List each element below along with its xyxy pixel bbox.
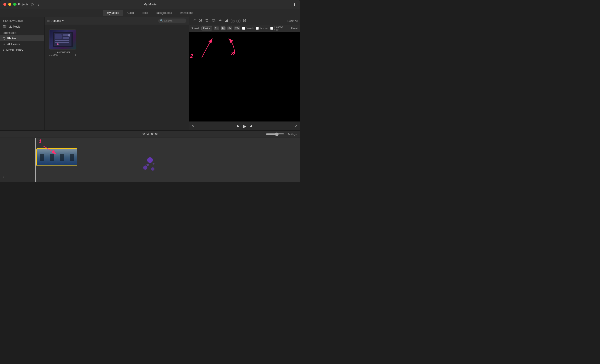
camera-icon-button[interactable] (211, 18, 216, 23)
speed-20x-button[interactable]: 20x (234, 27, 240, 30)
svg-point-9 (195, 19, 195, 20)
smooth-checkbox[interactable] (242, 27, 245, 30)
timeline-time-current: 00:04 / 00:03 (142, 133, 158, 136)
chart-icon (225, 19, 228, 22)
timeline-playhead[interactable] (35, 138, 36, 182)
timeline-left-panel: ♪ (0, 138, 35, 182)
speed-8x-button[interactable]: 8x (227, 27, 232, 30)
globe-icon (243, 19, 246, 22)
film-icon: 🎬 (3, 25, 7, 28)
info-icon-button[interactable]: i (236, 19, 241, 23)
search-input[interactable] (164, 19, 181, 22)
tab-bar: My Media Audio Titles Backgrounds Transi… (0, 9, 300, 17)
annotation-3: 3 (231, 51, 234, 57)
tab-transitions[interactable]: Transitions (176, 10, 197, 16)
search-box: 🔍 (158, 19, 186, 23)
svg-point-7 (68, 34, 70, 37)
preserve-pitch-label: Preserve Pitch (274, 26, 289, 31)
preserve-pitch-check[interactable]: Preserve Pitch (270, 26, 289, 31)
sidebar-item-my-movie[interactable]: 🎬 My Movie (0, 24, 44, 29)
magic-icon-button[interactable] (198, 18, 203, 23)
audio-icon (218, 19, 222, 22)
svg-rect-14 (226, 20, 227, 22)
project-media-label: PROJECT MEDIA (0, 19, 44, 24)
video-canvas: 2 3 (189, 32, 300, 121)
skip-back-button[interactable]: ⏮ (236, 124, 240, 128)
svg-point-24 (151, 167, 154, 171)
magic-icon (198, 19, 202, 22)
speed-value: Fast (203, 27, 208, 30)
skip-forward-button[interactable]: ⏭ (250, 124, 253, 128)
main-area: PROJECT MEDIA 🎬 My Movie LIBRARIES ⬡ Pho… (0, 17, 300, 130)
media-toolbar: ⊞ Albums ▼ 🔍 (45, 17, 189, 25)
tab-audio[interactable]: Audio (123, 10, 138, 16)
album-date: 11/18/20 (49, 53, 58, 56)
preview-icon-group: ? i (191, 18, 247, 23)
media-content: Screenshots 11/18/20 1 (45, 25, 189, 130)
reset-all-button[interactable]: Reset All (288, 19, 298, 22)
speed-label: Speed: (191, 27, 199, 30)
sidebar-item-imovie-library[interactable]: ▶ iMovie Library (0, 47, 44, 53)
fullscreen-button[interactable]: ⤢ (294, 124, 297, 128)
speed-select[interactable]: Fast ▼ (201, 26, 212, 30)
svg-point-26 (153, 163, 154, 165)
speed-4x-button[interactable]: 4x (221, 27, 226, 30)
timeline-settings-button[interactable]: Settings (287, 133, 297, 136)
svg-point-22 (147, 157, 153, 163)
tab-backgrounds[interactable]: Backgrounds (152, 10, 176, 16)
clip-frame-4 (67, 149, 77, 166)
sidebar-item-all-events[interactable]: ✦ All Events (0, 41, 44, 47)
speed-icon-button[interactable] (224, 18, 229, 23)
speed-2x-button[interactable]: 2x (214, 27, 219, 30)
svg-rect-13 (225, 21, 226, 22)
svg-point-25 (147, 164, 149, 166)
share-button[interactable]: ⬆ (292, 2, 297, 7)
my-movie-label: My Movie (9, 25, 20, 28)
timeline-video-clip[interactable] (36, 148, 77, 166)
import-button[interactable]: ⬡ (30, 2, 35, 7)
tab-titles[interactable]: Titles (138, 10, 152, 16)
timeline-content: ♪ (0, 138, 300, 182)
photos-icon: ⬡ (3, 37, 5, 40)
preserve-pitch-checkbox[interactable] (270, 27, 273, 30)
back-button[interactable]: ‹ Projects (16, 3, 28, 6)
smooth-check[interactable]: Smooth (242, 27, 254, 30)
projects-label: Projects (18, 3, 28, 6)
play-button[interactable]: ▶ (243, 123, 246, 129)
question-icon-button[interactable]: ? (231, 19, 235, 23)
albums-select[interactable]: Albums ▼ (52, 19, 64, 22)
album-screenshots[interactable]: Screenshots 11/18/20 1 (49, 29, 76, 56)
audio-icon-button[interactable] (217, 18, 223, 23)
timeline-track-area: 1 (35, 138, 300, 182)
download-button[interactable]: ↓ (37, 2, 40, 7)
svg-point-12 (213, 20, 214, 21)
media-browser: ⊞ Albums ▼ 🔍 (45, 17, 189, 130)
crop-icon (205, 19, 209, 22)
globe-icon-button[interactable] (242, 18, 247, 23)
tab-my-media[interactable]: My Media (103, 10, 123, 16)
clip-frame-1 (37, 149, 47, 166)
preview-panel: ? i Reset All Speed: Fast ▼ 2x 4x 8x 20x (189, 17, 300, 130)
reverse-checkbox[interactable] (256, 27, 259, 30)
reverse-check[interactable]: Reverse (256, 27, 268, 30)
close-button[interactable] (3, 3, 6, 6)
arrows-svg (189, 32, 300, 121)
timeline-header: 00:04 / 00:03 Settings (0, 131, 300, 138)
minimize-button[interactable] (8, 3, 11, 6)
clip-shape-2 (50, 154, 54, 161)
speed-controls-bar: Speed: Fast ▼ 2x 4x 8x 20x Smooth Revers… (189, 25, 300, 32)
timeline-area: 00:04 / 00:03 Settings ♪ (0, 130, 300, 182)
speed-reset-button[interactable]: Reset (291, 27, 298, 30)
zoom-slider[interactable] (266, 132, 284, 136)
maximize-button[interactable] (13, 3, 16, 6)
wand-icon-button[interactable] (191, 18, 197, 23)
albums-label: Albums (52, 19, 61, 22)
mic-button[interactable]: 🎙 (192, 124, 195, 128)
titlebar-left-buttons: ‹ Projects ⬡ ↓ (16, 2, 40, 7)
titlebar-right-buttons: ⬆ (292, 2, 297, 7)
thumb-inner (49, 30, 76, 49)
crop-icon-button[interactable] (204, 18, 209, 23)
sidebar-item-photos[interactable]: ⬡ Photos (0, 35, 44, 41)
music-note-icon: ♪ (3, 175, 4, 179)
sidebar: PROJECT MEDIA 🎬 My Movie LIBRARIES ⬡ Pho… (0, 17, 45, 130)
